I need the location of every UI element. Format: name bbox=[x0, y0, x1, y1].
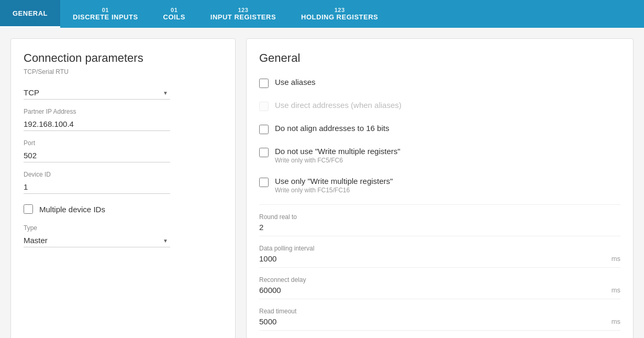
reconnect-input[interactable] bbox=[259, 286, 607, 295]
no-write-multiple-label[interactable]: Do not use "Write multiple registers" bbox=[275, 147, 401, 156]
read-timeout-unit: ms bbox=[612, 318, 620, 325]
nav-item-holding-registers[interactable]: 123 HOLDING REGISTERS bbox=[288, 0, 391, 28]
divider bbox=[259, 204, 620, 205]
port-group: Port bbox=[24, 139, 223, 162]
polling-unit: ms bbox=[612, 255, 620, 263]
use-aliases-label[interactable]: Use aliases bbox=[275, 78, 316, 86]
use-direct-addresses-label[interactable]: Use direct addresses (when aliases) bbox=[275, 101, 402, 110]
partner-ip-input[interactable] bbox=[24, 117, 170, 131]
option-use-aliases: Use aliases bbox=[259, 75, 620, 90]
polling-field: Data polling interval ms bbox=[259, 245, 620, 268]
option-no-write-multiple: Do not use "Write multiple registers" Wr… bbox=[259, 145, 620, 166]
option-use-direct-addresses: Use direct addresses (when aliases) bbox=[259, 99, 620, 113]
protocol-dropdown-wrapper: TCP Serial RTU ▼ bbox=[24, 86, 170, 100]
use-direct-addresses-checkbox[interactable] bbox=[259, 102, 269, 111]
left-panel: Connection parameters TCP/Serial RTU TCP… bbox=[10, 38, 236, 338]
no-write-multiple-checkbox[interactable] bbox=[259, 148, 269, 157]
main-content: Connection parameters TCP/Serial RTU TCP… bbox=[0, 28, 644, 338]
reconnect-label: Reconnect delay bbox=[259, 276, 620, 284]
option-no-align: Do not align addresses to 16 bits bbox=[259, 122, 620, 136]
type-group: Type Master Slave ▼ bbox=[24, 224, 223, 247]
use-write-multiple-sublabel: Write only with FC15/FC16 bbox=[275, 187, 393, 194]
nav-item-general[interactable]: GENERAL bbox=[0, 0, 60, 28]
device-id-label: Device ID bbox=[24, 171, 223, 178]
polling-input[interactable] bbox=[259, 254, 607, 263]
no-write-multiple-sublabel: Write only with FC5/FC6 bbox=[275, 157, 401, 164]
nav-num-coils: 01 bbox=[171, 7, 177, 13]
reconnect-field: Reconnect delay ms bbox=[259, 276, 620, 299]
device-id-group: Device ID bbox=[24, 171, 223, 194]
nav-item-coils[interactable]: 01 COILS bbox=[151, 0, 198, 28]
type-dropdown-wrapper: Master Slave ▼ bbox=[24, 234, 170, 247]
nav-label-discrete-inputs: DISCRETE INPUTS bbox=[73, 13, 138, 21]
multiple-device-ids-row: Multiple device IDs bbox=[24, 204, 223, 214]
right-panel: General Use aliases Use direct addresses… bbox=[246, 38, 634, 338]
device-id-input[interactable] bbox=[24, 180, 170, 194]
round-real-label: Round real to bbox=[259, 213, 620, 221]
partner-ip-group: Partner IP Address bbox=[24, 108, 223, 131]
nav-bar: GENERAL 01 DISCRETE INPUTS 01 COILS 123 … bbox=[0, 0, 644, 28]
type-label: Type bbox=[24, 224, 223, 232]
type-select[interactable]: Master Slave bbox=[24, 234, 170, 247]
nav-num-discrete-inputs: 01 bbox=[102, 7, 109, 13]
multiple-device-ids-label[interactable]: Multiple device IDs bbox=[39, 205, 105, 214]
nav-label-input-registers: INPUT REGISTERS bbox=[210, 13, 276, 21]
option-use-write-multiple: Use only "Write multiple registers" Writ… bbox=[259, 175, 620, 196]
round-real-field: Round real to bbox=[259, 213, 620, 236]
protocol-select[interactable]: TCP Serial RTU bbox=[24, 86, 170, 100]
use-aliases-checkbox[interactable] bbox=[259, 79, 269, 88]
partner-ip-label: Partner IP Address bbox=[24, 108, 223, 115]
nav-item-discrete-inputs[interactable]: 01 DISCRETE INPUTS bbox=[60, 0, 151, 28]
round-real-input[interactable] bbox=[259, 223, 620, 232]
port-input[interactable] bbox=[24, 149, 170, 162]
polling-label: Data polling interval bbox=[259, 245, 620, 252]
no-align-addresses-label[interactable]: Do not align addresses to 16 bits bbox=[275, 124, 389, 133]
protocol-group: TCP Serial RTU ▼ bbox=[24, 86, 223, 100]
nav-num-holding-registers: 123 bbox=[335, 7, 345, 13]
use-write-multiple-checkbox[interactable] bbox=[259, 178, 269, 187]
read-timeout-label: Read timeout bbox=[259, 308, 620, 315]
nav-label-general: GENERAL bbox=[13, 9, 48, 17]
use-write-multiple-label[interactable]: Use only "Write multiple registers" bbox=[275, 177, 393, 186]
multiple-device-ids-checkbox[interactable] bbox=[24, 204, 33, 214]
right-panel-title: General bbox=[259, 51, 620, 65]
panel-subtitle: TCP/Serial RTU bbox=[24, 68, 223, 75]
port-label: Port bbox=[24, 139, 223, 147]
no-align-addresses-checkbox[interactable] bbox=[259, 125, 269, 134]
read-timeout-input[interactable] bbox=[259, 317, 607, 326]
nav-label-coils: COILS bbox=[163, 13, 185, 21]
nav-num-input-registers: 123 bbox=[238, 7, 249, 13]
nav-label-holding-registers: HOLDING REGISTERS bbox=[301, 13, 378, 21]
read-timeout-field: Read timeout ms bbox=[259, 308, 620, 331]
panel-title: Connection parameters bbox=[24, 51, 223, 65]
reconnect-unit: ms bbox=[612, 286, 620, 294]
nav-item-input-registers[interactable]: 123 INPUT REGISTERS bbox=[198, 0, 288, 28]
